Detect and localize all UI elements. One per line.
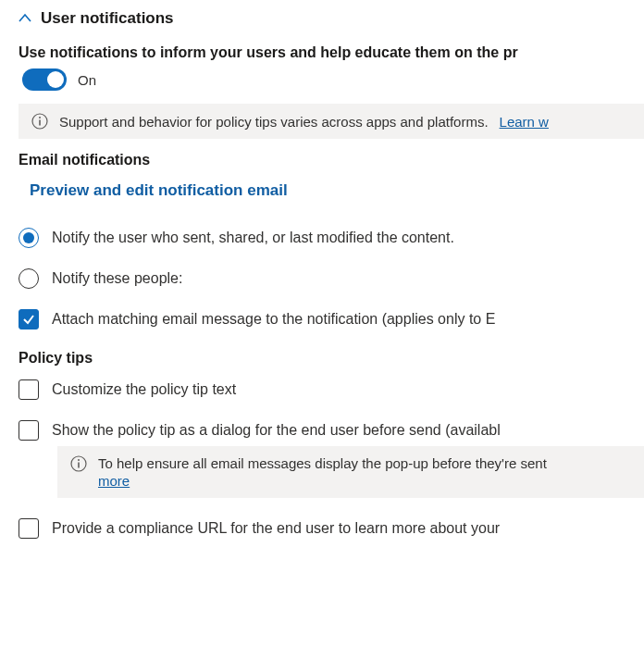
checkbox-customize[interactable]: [19, 379, 39, 400]
section-title: User notifications: [41, 9, 174, 28]
dialog-info-text: To help ensure all email messages displa…: [98, 455, 547, 471]
svg-point-1: [39, 117, 41, 118]
checkbox-attach[interactable]: [19, 309, 39, 330]
info-icon: [31, 113, 48, 130]
checkbox-label: Customize the policy tip text: [52, 381, 236, 398]
checkbox-compliance-url[interactable]: [19, 518, 39, 539]
email-heading: Email notifications: [19, 152, 644, 168]
notifications-toggle[interactable]: [22, 68, 67, 91]
option-notify-people: Notify these people:: [19, 268, 644, 289]
option-dialog: Show the policy tip as a dialog for the …: [19, 420, 644, 441]
radio-label: Notify the user who sent, shared, or las…: [52, 230, 454, 246]
checkbox-dialog[interactable]: [19, 420, 39, 441]
info-bar: Support and behavior for policy tips var…: [19, 104, 644, 139]
radio-notify-sender[interactable]: [19, 228, 39, 248]
toggle-row: On: [22, 68, 644, 91]
info-text: Support and behavior for policy tips var…: [59, 114, 489, 130]
info-icon: [70, 455, 87, 472]
radio-label: Notify these people:: [52, 270, 182, 287]
checkbox-label: Provide a compliance URL for the end use…: [52, 520, 500, 537]
svg-rect-5: [78, 463, 80, 468]
preview-link-row: Preview and edit notification email: [30, 181, 644, 200]
option-customize: Customize the policy tip text: [19, 379, 644, 400]
toggle-label: On: [78, 72, 96, 88]
option-attach: Attach matching email message to the not…: [19, 309, 644, 330]
option-compliance-url: Provide a compliance URL for the end use…: [19, 518, 644, 539]
svg-point-4: [78, 459, 80, 461]
policy-heading: Policy tips: [19, 350, 644, 367]
toggle-knob: [47, 71, 64, 88]
dialog-info-link[interactable]: more: [98, 473, 547, 489]
option-notify-sender: Notify the user who sent, shared, or las…: [19, 228, 644, 248]
section-header[interactable]: User notifications: [19, 9, 644, 28]
dialog-info-bar: To help ensure all email messages displa…: [57, 446, 644, 498]
section-description: Use notifications to inform your users a…: [19, 44, 644, 61]
chevron-up-icon: [19, 12, 31, 25]
svg-rect-2: [39, 120, 41, 126]
info-learn-link[interactable]: Learn w: [500, 114, 549, 130]
checkbox-label: Attach matching email message to the not…: [52, 311, 495, 328]
radio-notify-people[interactable]: [19, 268, 39, 289]
preview-email-link[interactable]: Preview and edit notification email: [30, 181, 288, 199]
checkbox-label: Show the policy tip as a dialog for the …: [52, 422, 501, 439]
